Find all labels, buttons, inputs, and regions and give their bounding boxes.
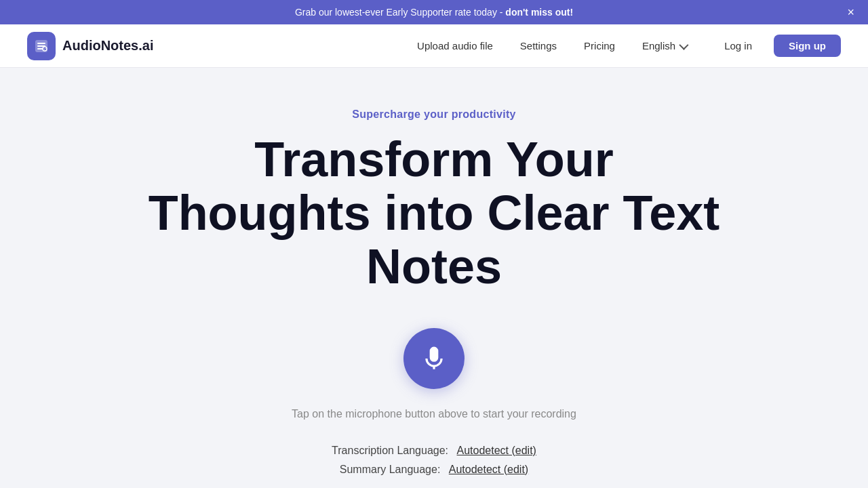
nav-language[interactable]: English (631, 35, 697, 57)
tagline: Supercharge your productivity (352, 108, 516, 121)
navbar: AudioNotes.ai Upload audio file Settings… (0, 24, 868, 68)
transcription-language-link[interactable]: Autodetect (edit) (457, 445, 536, 456)
banner-text: Grab our lowest-ever Early Supporter rat… (27, 7, 841, 18)
nav-actions: Log in Sign up (711, 35, 841, 57)
nav-pricing[interactable]: Pricing (573, 35, 626, 57)
microphone-button[interactable] (403, 328, 465, 389)
logo-text: AudioNotes.ai (62, 38, 153, 54)
summary-language-link[interactable]: Autodetect (edit) (449, 464, 528, 475)
nav-upload[interactable]: Upload audio file (406, 35, 504, 57)
banner-normal-text: Grab our lowest-ever Early Supporter rat… (295, 7, 505, 18)
main-content: Supercharge your productivity Transform … (0, 68, 868, 488)
transcription-label: Transcription Language: (332, 445, 448, 456)
logo-icon (27, 32, 56, 60)
mic-hint: Tap on the microphone button above to st… (292, 408, 576, 420)
signup-button[interactable]: Sign up (774, 35, 841, 57)
nav-settings[interactable]: Settings (509, 35, 568, 57)
transcription-language-row: Transcription Language: Autodetect (edit… (332, 445, 536, 457)
logo[interactable]: AudioNotes.ai (27, 32, 153, 60)
banner-bold-text: don't miss out! (505, 7, 573, 18)
nav-links: Upload audio file Settings Pricing Engli… (406, 35, 697, 57)
chevron-down-icon (679, 40, 688, 49)
summary-language-row: Summary Language: Autodetect (edit) (340, 464, 528, 476)
banner-close-button[interactable]: × (847, 6, 854, 18)
hero-title: Transform Your Thoughts into Clear Text … (149, 133, 720, 294)
login-button[interactable]: Log in (711, 35, 766, 57)
summary-label: Summary Language: (340, 464, 441, 475)
language-settings: Transcription Language: Autodetect (edit… (332, 445, 536, 476)
microphone-icon (421, 346, 447, 371)
promo-banner: Grab our lowest-ever Early Supporter rat… (0, 0, 868, 24)
